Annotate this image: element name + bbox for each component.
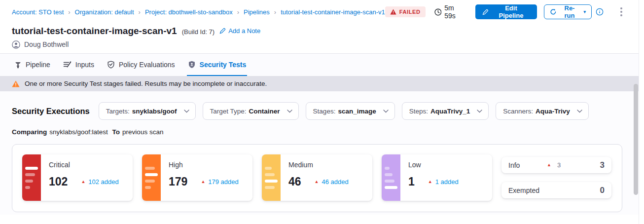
edit-pipeline-button[interactable]: Edit Pipeline xyxy=(475,4,537,19)
triangle-up-icon: ▲ xyxy=(81,180,85,184)
execution-duration: 5m 59s xyxy=(434,4,467,20)
filter-stages[interactable]: Stages: scan_image xyxy=(306,102,395,120)
severity-count: 1 xyxy=(408,175,415,188)
chevron-down-icon: ▾ xyxy=(583,9,586,14)
info-stat-card[interactable]: Info ▲3 3 xyxy=(501,157,611,173)
rerun-button[interactable]: Re-run ▾ xyxy=(544,4,592,19)
pipeline-icon xyxy=(14,61,22,69)
policy-shield-check-icon xyxy=(107,61,115,69)
tab-security-tests[interactable]: Security Tests xyxy=(187,54,248,76)
breadcrumb-pipelines[interactable]: Pipelines xyxy=(244,8,270,16)
section-heading: Security Executions xyxy=(12,107,90,116)
severity-count: 102 xyxy=(49,175,68,188)
severity-bars-icon xyxy=(382,154,400,201)
breadcrumb-account[interactable]: Account: STO test xyxy=(12,8,64,16)
inputs-icon xyxy=(63,61,72,68)
info-delta: ▲3 xyxy=(547,161,561,169)
filter-scanners[interactable]: Scanners: Aqua-Trivy xyxy=(496,102,589,120)
duration-label: 5m 59s xyxy=(444,4,466,20)
comparing-line: Comparingsnyklabs/goof:latest Toprevious… xyxy=(12,128,639,136)
breadcrumb-project[interactable]: Project: dbothwell-sto-sandbox xyxy=(145,8,233,16)
comparing-prefix: Comparing xyxy=(12,128,47,136)
warning-triangle-icon xyxy=(390,9,396,15)
severity-delta: ▲102 added xyxy=(81,178,118,186)
banner-message: One or more Security Test stages failed.… xyxy=(25,80,267,87)
severity-card-low[interactable]: Low 1 ▲1 added xyxy=(382,154,492,201)
tab-inputs-label: Inputs xyxy=(75,61,94,69)
breadcrumb-separator: › xyxy=(237,8,239,16)
info-total: 3 xyxy=(600,160,605,170)
edit-pipeline-label: Edit Pipeline xyxy=(492,4,530,19)
severity-count: 179 xyxy=(169,175,187,188)
severity-label: Critical xyxy=(49,161,133,169)
severity-card-medium[interactable]: Medium 46 ▲46 added xyxy=(262,154,372,201)
page-title: tutorial-test-container-image-scan-v1 xyxy=(12,26,177,37)
filter-value: Aqua-Trivy xyxy=(536,108,570,115)
severity-card-high[interactable]: High 179 ▲179 added xyxy=(142,154,252,201)
pencil-icon xyxy=(482,9,489,15)
filter-value: snyklabs/goof xyxy=(132,108,177,115)
tab-pipeline[interactable]: Pipeline xyxy=(13,54,51,76)
comparing-to: To xyxy=(112,128,120,136)
pipeline-execution-page: Account: STO test › Organization: defaul… xyxy=(0,0,644,224)
tab-inputs[interactable]: Inputs xyxy=(62,54,95,76)
info-circle-icon[interactable] xyxy=(596,8,604,16)
warning-triangle-icon xyxy=(12,80,20,87)
severity-label: Medium xyxy=(288,161,372,169)
info-label: Info xyxy=(508,161,547,169)
clock-icon xyxy=(434,8,442,16)
tab-security-tests-label: Security Tests xyxy=(200,61,247,69)
execution-tabs: Pipeline Inputs Policy Evaluations Secur… xyxy=(0,54,644,76)
filter-steps[interactable]: Steps: AquaTrivy_1 xyxy=(402,102,489,120)
chevron-down-icon xyxy=(477,110,482,113)
chevron-down-icon xyxy=(287,110,292,113)
severity-bars-icon xyxy=(262,154,281,201)
severity-summary-card: Critical 102 ▲102 added High 179 ▲179 ad… xyxy=(12,144,622,212)
breadcrumb-organization[interactable]: Organization: default xyxy=(75,8,134,16)
tab-policy-evaluations[interactable]: Policy Evaluations xyxy=(106,54,176,76)
filter-label: Scanners: xyxy=(503,108,533,115)
scrollbar-thumb[interactable] xyxy=(634,84,638,195)
more-options-kebab-icon[interactable] xyxy=(618,5,624,18)
severity-card-critical[interactable]: Critical 102 ▲102 added xyxy=(22,154,133,201)
security-shield-icon xyxy=(188,61,196,69)
exempted-stat-card[interactable]: Exempted 0 xyxy=(501,182,611,198)
severity-bars-icon xyxy=(22,154,41,201)
chevron-down-icon xyxy=(383,110,389,113)
security-warning-banner: One or more Security Test stages failed.… xyxy=(0,76,639,91)
filter-label: Stages: xyxy=(313,108,336,115)
filter-targets[interactable]: Targets: snyklabs/goof xyxy=(99,102,196,120)
tab-policy-evaluations-label: Policy Evaluations xyxy=(119,61,175,69)
refresh-icon xyxy=(550,8,557,15)
triangle-up-icon: ▲ xyxy=(201,180,205,184)
triggered-by-user: Doug Bothwell xyxy=(12,43,644,53)
filter-target-type[interactable]: Target Type: Container xyxy=(203,102,299,120)
breadcrumb-separator: › xyxy=(274,8,276,16)
chevron-down-icon xyxy=(577,110,582,113)
side-stats-column: Info ▲3 3 Exempted 0 xyxy=(501,154,611,202)
exempted-total: 0 xyxy=(600,186,605,195)
breadcrumb: Account: STO test › Organization: defaul… xyxy=(12,8,385,16)
severity-delta: ▲46 added xyxy=(315,178,349,186)
security-executions-section: Security Executions Targets: snyklabs/go… xyxy=(0,91,639,215)
breadcrumb-pipeline-name[interactable]: tutorial-test-container-image-scan-v1 xyxy=(281,8,385,16)
scrollbar-track xyxy=(639,0,644,224)
add-note-label: Add a Note xyxy=(228,27,260,35)
filter-value: scan_image xyxy=(338,108,376,115)
severity-label: High xyxy=(169,161,252,169)
comparing-baseline: previous scan xyxy=(122,128,163,136)
add-note-link[interactable]: Add a Note xyxy=(219,27,260,35)
triangle-up-icon: ▲ xyxy=(547,163,551,167)
exempted-label: Exempted xyxy=(508,187,547,194)
tab-pipeline-label: Pipeline xyxy=(26,61,50,69)
pencil-icon xyxy=(219,28,226,34)
filter-value: Container xyxy=(249,108,280,115)
user-name-label: Doug Bothwell xyxy=(24,40,69,48)
severity-delta: ▲1 added xyxy=(428,178,459,186)
triangle-up-icon: ▲ xyxy=(315,180,319,184)
status-badge: FAILED xyxy=(385,6,426,17)
rerun-label: Re-run xyxy=(559,4,579,19)
filter-label: Target Type: xyxy=(210,108,247,115)
build-id-label: (Build Id: 7) xyxy=(182,28,215,36)
chevron-down-icon xyxy=(184,110,189,113)
